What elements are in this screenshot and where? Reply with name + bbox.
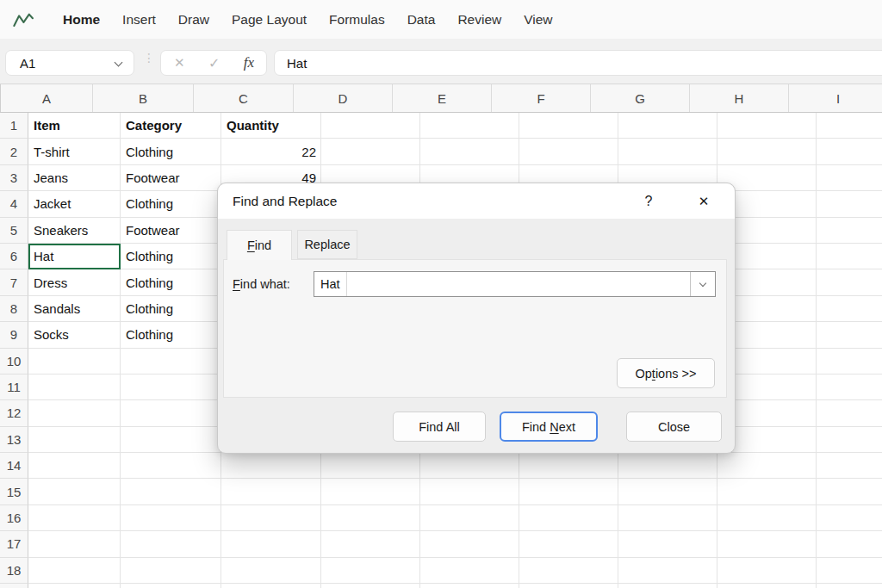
cell-D19[interactable]	[321, 584, 420, 588]
column-header-F[interactable]: F	[492, 84, 591, 112]
cell-I19[interactable]	[817, 584, 882, 588]
cell-G19[interactable]	[618, 584, 717, 588]
cell-D15[interactable]	[321, 479, 420, 504]
cell-B13[interactable]	[121, 427, 221, 453]
cell-D18[interactable]	[321, 558, 420, 584]
row-header-10[interactable]: 10	[0, 349, 28, 374]
cell-A13[interactable]	[28, 427, 121, 453]
cell-H18[interactable]	[717, 558, 817, 584]
find-what-input[interactable]: Hat	[314, 271, 716, 297]
ribbon-tab-insert[interactable]: Insert	[111, 0, 167, 39]
options-button[interactable]: Options >>	[617, 358, 715, 388]
cell-F19[interactable]	[519, 584, 618, 588]
cell-A4[interactable]: Jacket	[28, 191, 121, 217]
cell-A10[interactable]	[28, 349, 121, 374]
row-header-19[interactable]: 19	[0, 584, 28, 588]
cell-B14[interactable]	[121, 453, 221, 479]
combo-dropdown-button[interactable]	[690, 272, 715, 296]
cell-A8[interactable]: Sandals	[28, 296, 121, 322]
close-icon[interactable]: ✕	[692, 183, 716, 219]
cell-I9[interactable]	[817, 322, 882, 348]
cell-A2[interactable]: T-shirt	[28, 139, 121, 164]
cell-G1[interactable]	[618, 113, 717, 139]
cell-I6[interactable]	[817, 244, 882, 269]
cell-D14[interactable]	[321, 453, 420, 479]
cell-A19[interactable]	[28, 584, 121, 588]
row-header-14[interactable]: 14	[0, 453, 28, 479]
cell-C2[interactable]: 22	[221, 139, 321, 164]
cell-I12[interactable]	[817, 400, 882, 426]
cell-B6[interactable]: Clothing	[121, 244, 221, 269]
cell-H15[interactable]	[717, 479, 817, 504]
cell-F1[interactable]	[519, 113, 618, 139]
cell-H1[interactable]	[717, 113, 817, 139]
find-next-button[interactable]: Find Next	[500, 412, 598, 442]
cell-B19[interactable]	[121, 584, 221, 588]
row-header-9[interactable]: 9	[0, 322, 28, 348]
cell-A16[interactable]	[28, 505, 121, 531]
column-header-B[interactable]: B	[93, 84, 194, 112]
cell-E18[interactable]	[420, 558, 519, 584]
cell-E17[interactable]	[420, 531, 519, 557]
cell-B7[interactable]: Clothing	[121, 269, 221, 295]
cell-B4[interactable]: Clothing	[121, 191, 221, 217]
cell-H17[interactable]	[717, 531, 817, 557]
name-box[interactable]: A1	[5, 50, 134, 76]
cancel-icon[interactable]: ✕	[174, 55, 185, 71]
cell-A7[interactable]: Dress	[28, 269, 121, 295]
cell-C16[interactable]	[221, 505, 321, 531]
cell-I5[interactable]	[817, 218, 882, 244]
ribbon-tab-draw[interactable]: Draw	[167, 0, 220, 39]
cell-H14[interactable]	[717, 453, 817, 479]
cell-A14[interactable]	[28, 453, 121, 479]
row-header-7[interactable]: 7	[0, 269, 28, 295]
column-header-E[interactable]: E	[393, 84, 492, 112]
cell-B15[interactable]	[121, 479, 221, 504]
cell-F17[interactable]	[519, 531, 618, 557]
column-header-G[interactable]: G	[591, 84, 690, 112]
cell-I1[interactable]	[817, 113, 882, 139]
row-header-11[interactable]: 11	[0, 374, 28, 400]
ribbon-tab-view[interactable]: View	[512, 0, 563, 39]
cell-C18[interactable]	[221, 558, 321, 584]
cell-B9[interactable]: Clothing	[121, 322, 221, 348]
ribbon-tab-data[interactable]: Data	[396, 0, 447, 39]
cell-A15[interactable]	[28, 479, 121, 504]
cell-I16[interactable]	[817, 505, 882, 531]
row-header-13[interactable]: 13	[0, 427, 28, 453]
cell-I2[interactable]	[817, 139, 882, 164]
row-header-12[interactable]: 12	[0, 400, 28, 426]
column-header-C[interactable]: C	[194, 84, 294, 112]
cell-I18[interactable]	[817, 558, 882, 584]
cell-B11[interactable]	[121, 374, 221, 400]
cell-I8[interactable]	[817, 296, 882, 322]
cell-E16[interactable]	[420, 505, 519, 531]
row-header-8[interactable]: 8	[0, 296, 28, 322]
cell-G2[interactable]	[618, 139, 717, 164]
column-header-H[interactable]: H	[690, 84, 789, 112]
row-header-16[interactable]: 16	[0, 505, 28, 531]
cell-B17[interactable]	[121, 531, 221, 557]
cell-F14[interactable]	[519, 453, 618, 479]
cell-I11[interactable]	[817, 374, 882, 400]
cell-A6[interactable]: Hat	[28, 244, 121, 269]
cell-G16[interactable]	[618, 505, 717, 531]
cell-E14[interactable]	[420, 453, 519, 479]
cell-I7[interactable]	[817, 269, 882, 295]
cell-B18[interactable]	[121, 558, 221, 584]
cell-A17[interactable]	[28, 531, 121, 557]
column-header-I[interactable]: I	[789, 84, 882, 112]
column-header-D[interactable]: D	[294, 84, 393, 112]
cell-G14[interactable]	[618, 453, 717, 479]
cell-H2[interactable]	[717, 139, 817, 164]
cell-B1[interactable]: Category	[121, 113, 221, 139]
row-header-4[interactable]: 4	[0, 191, 28, 217]
cell-F18[interactable]	[519, 558, 618, 584]
cell-C15[interactable]	[221, 479, 321, 504]
cell-C19[interactable]	[221, 584, 321, 588]
cell-A12[interactable]	[28, 400, 121, 426]
cell-G18[interactable]	[618, 558, 717, 584]
cell-B5[interactable]: Footwear	[121, 218, 221, 244]
ribbon-tab-formulas[interactable]: Formulas	[318, 0, 396, 39]
find-all-button[interactable]: Find All	[393, 412, 486, 442]
